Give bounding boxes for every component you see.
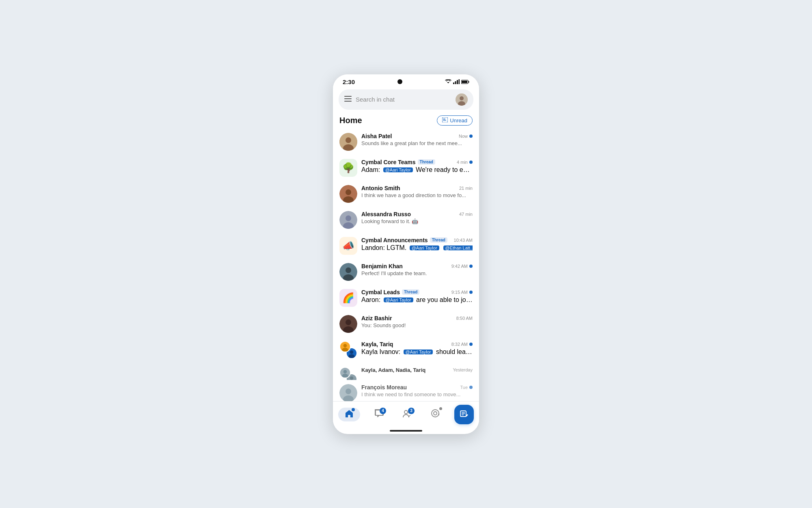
nav-item-people[interactable]: 3 [398, 408, 416, 421]
chat-nav-icon: 4 [375, 409, 384, 420]
svg-point-50 [432, 410, 439, 417]
time-label: 8:50 AM [456, 316, 473, 321]
camera-notch [397, 79, 402, 84]
preview-prefix: Aaron: [361, 296, 382, 304]
svg-point-27 [346, 267, 351, 273]
bottom-nav: 4 3 [333, 401, 479, 428]
unread-button[interactable]: Unread [437, 115, 473, 126]
chat-preview: Kayla Ivanov: @Aari Taylor should lead..… [361, 348, 473, 356]
avatar-kayla-tariq [339, 341, 357, 359]
chat-time: 21 min [459, 186, 473, 191]
chat-preview: Sounds like a great plan for the next me… [361, 140, 473, 146]
svg-point-21 [346, 189, 351, 195]
preview-prefix: Kayla Ivanov: [361, 348, 402, 356]
time-label: Yesterday [453, 367, 473, 372]
svg-point-42 [350, 376, 354, 380]
chat-time: 9:15 AM [451, 290, 473, 295]
chat-item-antonio-smith[interactable]: Antonio Smith 21 min I think we have a g… [333, 181, 479, 207]
avatar-aisha-patel [339, 133, 357, 151]
time-label: 8:32 AM [451, 342, 468, 347]
chat-item-francois-moreau[interactable]: François Moreau Tue I think we need to f… [333, 380, 479, 401]
time-label: 4 min [457, 160, 468, 165]
chat-list: Aisha Patel Now Sounds like a great plan… [333, 129, 479, 401]
chat-name: Antonio Smith [361, 185, 400, 191]
chat-time: 47 min [459, 212, 473, 217]
time-label: 21 min [459, 186, 473, 191]
chat-content-alessandra-russo: Alessandra Russo 47 min Looking forward … [361, 211, 473, 224]
chat-time: 9:42 AM [451, 264, 473, 269]
home-header: Home Unread [333, 113, 479, 129]
status-time: 2:30 [343, 78, 355, 85]
preview-text: Sounds like a great plan for the next me… [361, 140, 462, 146]
chat-item-kayla-tariq[interactable]: Kayla, Tariq 8:32 AM Kayla Ivanov: @Aari… [333, 337, 479, 363]
svg-rect-9 [344, 98, 352, 99]
chat-time: 4 min [457, 160, 473, 165]
svg-rect-3 [457, 80, 458, 84]
unread-dot [469, 135, 473, 138]
unread-dot [469, 161, 473, 164]
chat-name: Cymbal Announcements Thread [361, 237, 447, 243]
chat-item-cymbal-announcements[interactable]: 📣 Cymbal Announcements Thread 10:43 AM L… [333, 233, 479, 259]
compose-fab[interactable] [454, 405, 474, 424]
mention-tag: @Aari Taylor [384, 297, 413, 302]
chat-item-cymbal-leads[interactable]: 🌈 Cymbal Leads Thread 9:15 AM Aaron: @Aa… [333, 285, 479, 311]
avatar-cymbal-announcements: 📣 [339, 237, 357, 255]
chat-preview: You: Sounds good! [361, 322, 473, 328]
search-bar[interactable]: Search in chat [339, 89, 473, 110]
preview-text: I think we have a good direction to move… [361, 192, 466, 198]
chat-time: 10:43 AM [454, 238, 473, 243]
status-bar: 2:30 [333, 74, 479, 88]
chat-name: Cymbal Core Teams Thread [361, 159, 435, 165]
chat-content-antonio-smith: Antonio Smith 21 min I think we have a g… [361, 185, 473, 198]
avatar-francois-moreau [339, 384, 357, 401]
svg-rect-1 [453, 82, 454, 84]
chat-name: Alessandra Russo [361, 211, 411, 217]
preview-text: I think we need to find someone to move.… [361, 391, 460, 397]
chat-time: Yesterday [453, 367, 473, 372]
chat-preview: Adam: @Aari Taylor We're ready to expl..… [361, 166, 473, 174]
time-label: 9:42 AM [451, 264, 468, 269]
svg-point-12 [460, 96, 464, 100]
user-avatar[interactable] [456, 93, 468, 106]
svg-marker-0 [447, 82, 449, 83]
search-placeholder[interactable]: Search in chat [356, 96, 451, 103]
preview-text: Looking forward to it. 🤖 [361, 218, 418, 224]
chat-item-benjamin-khan[interactable]: Benjamin Khan 9:42 AM Perfect! I'll upda… [333, 259, 479, 285]
chat-item-alessandra-russo[interactable]: Alessandra Russo 47 min Looking forward … [333, 207, 479, 233]
thread-badge: Thread [430, 237, 447, 243]
chat-time: Tue [460, 385, 473, 390]
svg-rect-10 [344, 101, 352, 102]
chat-content-francois: François Moreau Tue I think we need to f… [361, 384, 473, 397]
thread-badge: Thread [418, 159, 435, 165]
chat-name: Kayla, Tariq [361, 341, 393, 347]
chat-preview: Aaron: @Aari Taylor are you able to join… [361, 296, 473, 304]
hamburger-icon[interactable] [344, 96, 352, 103]
chat-content-aziz-bashir: Aziz Bashir 8:50 AM You: Sounds good! [361, 315, 473, 328]
wifi-icon [445, 79, 451, 84]
preview-text: You: Sounds good! [361, 322, 406, 328]
chat-name: Aziz Bashir [361, 315, 392, 321]
chat-time: Now [459, 134, 473, 139]
status-icons [445, 79, 469, 84]
nav-item-chat[interactable]: 4 [371, 408, 388, 421]
avatar-cymbal-core: 🌳 [339, 159, 357, 177]
chat-preview: Perfect! I'll update the team. [361, 270, 473, 276]
chat-item-aisha-patel[interactable]: Aisha Patel Now Sounds like a great plan… [333, 129, 479, 155]
chat-content-aisha-patel: Aisha Patel Now Sounds like a great plan… [361, 133, 473, 146]
svg-point-48 [404, 410, 408, 414]
chat-item-cymbal-core[interactable]: 🌳 Cymbal Core Teams Thread 4 min Adam: @… [333, 155, 479, 181]
unread-icon [442, 117, 448, 124]
nav-item-mention[interactable] [427, 407, 444, 422]
chat-item-group-partial[interactable]: Kayla, Adam, Nadia, Tariq Yesterday [333, 363, 479, 380]
chat-content-benjamin-khan: Benjamin Khan 9:42 AM Perfect! I'll upda… [361, 263, 473, 276]
people-badge: 3 [408, 408, 415, 414]
time-label: 47 min [459, 212, 473, 217]
chat-name: Kayla, Adam, Nadia, Tariq [361, 367, 425, 373]
svg-point-36 [350, 350, 354, 354]
avatar-cymbal-leads: 🌈 [339, 289, 357, 307]
chat-name: François Moreau [361, 384, 407, 391]
unread-label: Unread [450, 117, 467, 124]
nav-item-home[interactable] [338, 408, 360, 421]
chat-item-aziz-bashir[interactable]: Aziz Bashir 8:50 AM You: Sounds good! [333, 311, 479, 337]
chat-time: 8:50 AM [456, 316, 473, 321]
